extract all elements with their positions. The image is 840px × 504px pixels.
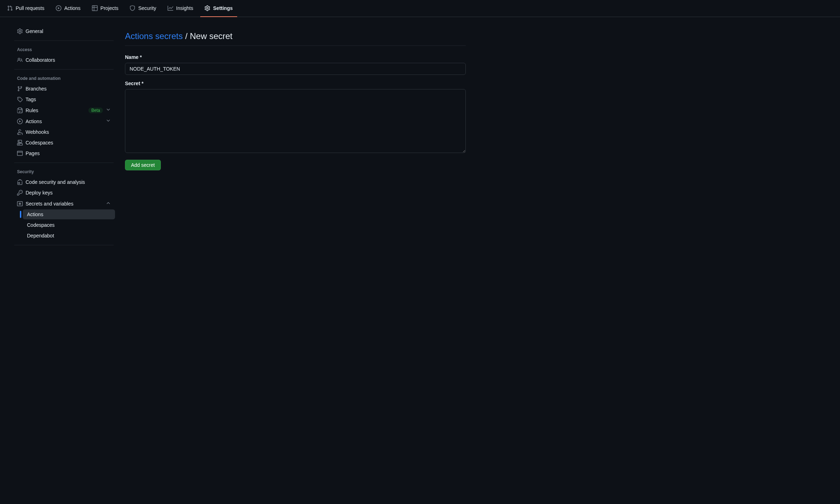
settings-sidebar: General Access Collaborators Code and au… [11, 26, 116, 250]
name-label: Name * [125, 54, 466, 60]
sidebar-item-branches[interactable]: Branches [13, 84, 115, 94]
sidebar-item-label: Code security and analysis [26, 179, 111, 185]
play-icon [56, 5, 61, 11]
divider [14, 245, 114, 245]
sidebar-item-label: Tags [26, 97, 111, 102]
tab-label: Actions [64, 5, 81, 11]
shield-icon [130, 5, 135, 11]
divider [14, 40, 114, 41]
sidebar-subitem-codespaces[interactable]: Codespaces [23, 220, 115, 230]
sidebar-item-rules[interactable]: Rules Beta [13, 105, 115, 115]
repo-push-icon [17, 108, 23, 113]
tab-pull-requests[interactable]: Pull requests [3, 0, 49, 17]
sidebar-item-label: Codespaces [26, 140, 111, 146]
breadcrumb-link-actions-secrets[interactable]: Actions secrets [125, 31, 183, 41]
sidebar-item-label: Branches [26, 86, 111, 92]
sidebar-item-collaborators[interactable]: Collaborators [13, 55, 115, 65]
tab-label: Projects [100, 5, 119, 11]
tab-label: Insights [176, 5, 193, 11]
gear-icon [204, 5, 210, 11]
chevron-up-icon [106, 201, 111, 207]
page-title: Actions secrets / New secret [125, 31, 466, 46]
sidebar-item-label: Deploy keys [26, 190, 111, 196]
people-icon [17, 57, 23, 63]
sidebar-item-general[interactable]: General [13, 26, 115, 36]
repo-nav: Pull requests Actions Projects Security … [0, 0, 840, 17]
sidebar-item-label: Dependabot [27, 233, 111, 239]
codespaces-icon [17, 140, 23, 146]
key-icon [17, 190, 23, 196]
tab-settings[interactable]: Settings [200, 0, 237, 17]
sidebar-item-pages[interactable]: Pages [13, 148, 115, 158]
sidebar-heading-security: Security [11, 167, 116, 176]
tab-actions[interactable]: Actions [51, 0, 85, 17]
form-group-secret: Secret * [125, 81, 466, 154]
sidebar-item-label: Webhooks [26, 129, 111, 135]
graph-icon [168, 5, 173, 11]
sidebar-item-label: Codespaces [27, 222, 111, 228]
divider [14, 163, 114, 163]
sidebar-item-deploy-keys[interactable]: Deploy keys [13, 188, 115, 198]
table-icon [92, 5, 98, 11]
sidebar-item-label: Rules [26, 108, 86, 113]
gear-icon [17, 28, 23, 34]
sidebar-item-actions[interactable]: Actions [13, 116, 115, 126]
breadcrumb-separator: / [185, 31, 187, 41]
tag-icon [17, 97, 23, 102]
tab-projects[interactable]: Projects [88, 0, 123, 17]
sidebar-item-label: Actions [27, 212, 111, 217]
sidebar-item-codespaces[interactable]: Codespaces [13, 138, 115, 148]
name-input[interactable] [125, 63, 466, 75]
play-icon [17, 119, 23, 124]
sidebar-subitem-dependabot[interactable]: Dependabot [23, 231, 115, 241]
secret-textarea[interactable] [125, 89, 466, 153]
browser-icon [17, 150, 23, 156]
tab-label: Settings [213, 5, 233, 11]
sidebar-item-secrets-variables[interactable]: Secrets and variables [13, 198, 115, 209]
add-secret-button[interactable]: Add secret [125, 160, 161, 170]
tab-insights[interactable]: Insights [163, 0, 197, 17]
tab-label: Pull requests [16, 5, 44, 11]
sidebar-item-label: General [26, 28, 111, 34]
tab-security[interactable]: Security [125, 0, 160, 17]
breadcrumb-current: New secret [190, 31, 233, 41]
sidebar-item-label: Collaborators [26, 57, 111, 63]
secret-label: Secret * [125, 81, 466, 86]
sidebar-heading-code-automation: Code and automation [11, 74, 116, 83]
beta-badge: Beta [88, 108, 103, 113]
chevron-down-icon [106, 118, 111, 124]
key-asterisk-icon [17, 201, 23, 207]
sidebar-item-label: Actions [26, 119, 103, 124]
sidebar-item-tags[interactable]: Tags [13, 94, 115, 104]
git-branch-icon [17, 86, 23, 92]
sidebar-item-label: Pages [26, 150, 111, 156]
sidebar-heading-access: Access [11, 45, 116, 54]
sidebar-item-webhooks[interactable]: Webhooks [13, 127, 115, 137]
tab-label: Security [138, 5, 156, 11]
git-pull-request-icon [7, 5, 13, 11]
main-content: Actions secrets / New secret Name * Secr… [125, 26, 466, 170]
sidebar-subitem-actions[interactable]: Actions [23, 209, 115, 219]
chevron-down-icon [106, 107, 111, 113]
sidebar-item-label: Secrets and variables [26, 201, 103, 207]
divider [14, 69, 114, 70]
codescan-icon [17, 179, 23, 185]
sidebar-item-code-security[interactable]: Code security and analysis [13, 177, 115, 187]
form-group-name: Name * [125, 54, 466, 75]
sidebar-submenu-secrets: Actions Codespaces Dependabot [11, 209, 116, 241]
webhook-icon [17, 129, 23, 135]
